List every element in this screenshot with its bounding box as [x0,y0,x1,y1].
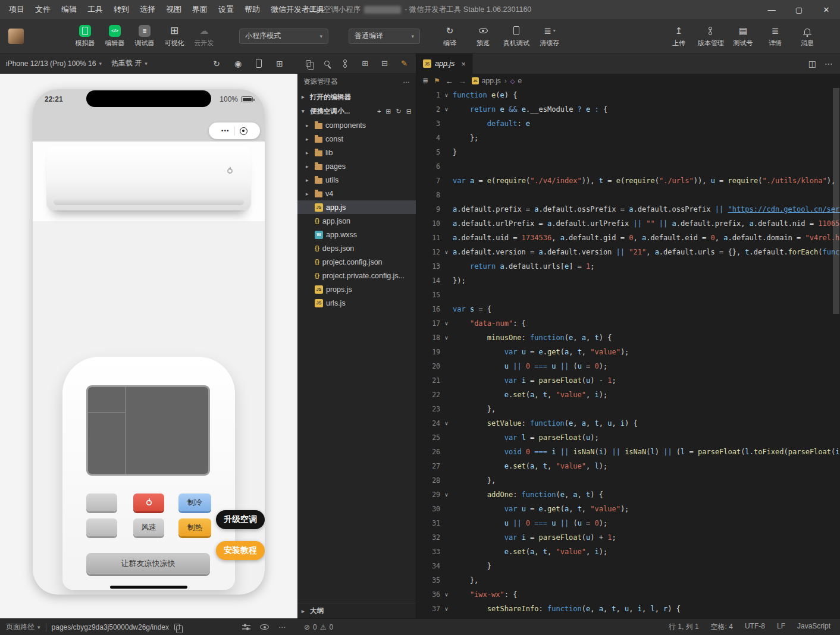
layout-icon[interactable]: ⊞ [276,59,283,68]
tab-close-icon[interactable]: × [461,59,466,68]
outline-toggle-icon[interactable]: ≣ [422,77,428,85]
toolbar-clear-cache-button[interactable]: ≣▾清缓存 [533,23,566,50]
code-line[interactable]: 11a.default.uid = 1734536, a.default.gid… [416,231,840,245]
toolbar-upload-button[interactable]: ↥上传 [663,23,695,50]
code-line[interactable]: 13 return a.default.urls[e] = 1; [416,259,840,274]
toolbar-messages-button[interactable]: 消息 [791,23,823,50]
compile-mode-select[interactable]: 普通编译 ▾ [349,29,420,44]
search-icon[interactable] [324,61,330,66]
code-line[interactable]: 1∨function e(e) { [416,88,840,102]
hot-reload-toggle[interactable]: 热重载 开 ▾ [111,58,148,68]
toolbar-device-debug-button[interactable]: 真机调试 [500,23,533,50]
code-line[interactable]: 24∨ setValue: function(e, a, t, u, i) { [416,416,840,430]
split-editor-icon[interactable]: ◫ [808,59,816,68]
status-encoding[interactable]: UTF-8 [745,622,765,632]
problems-indicator[interactable]: ⊘ 0 ⚠ 0 [304,623,333,631]
tree-folder-pages[interactable]: ▸pages [297,159,416,173]
install-tutorial-button[interactable]: 安装教程 [216,541,265,560]
status-cursor-position[interactable]: 行 1, 列 1 [669,622,699,632]
more-icon[interactable]: ⋯ [278,623,286,631]
toolbar-version-control-button[interactable]: 版本管理 [695,23,727,50]
fold-icon[interactable]: ∨ [440,316,453,331]
menu-item[interactable]: 编辑 [56,0,82,19]
code-line[interactable]: 37∨ setShareInfo: function(e, a, t, u, i… [416,602,840,616]
outline-section[interactable]: ▸ 大纲 [297,603,416,618]
toolbar-preview-button[interactable]: 预览 [466,23,500,50]
tree-file-urls.js[interactable]: JSurls.js [297,296,416,310]
fold-icon[interactable]: ∨ [440,88,453,102]
toolbar-cloud-dev-button[interactable]: ☁云开发 [189,23,219,50]
code-line[interactable]: 18∨ minusOne: function(e, a, t) { [416,331,840,345]
panel-remove-icon[interactable]: ⊟ [381,59,388,68]
menu-item[interactable]: 界面 [187,0,213,19]
power-button[interactable] [133,493,164,511]
toolbar-editor-button[interactable]: </>编辑器 [100,23,130,50]
code-line[interactable]: 35 }, [416,573,840,587]
project-section[interactable]: ▾ 便携空调小... +⊞↻⊟ [297,104,416,118]
fold-icon[interactable]: ∨ [440,602,453,616]
cool-button[interactable]: 制冷 [178,493,211,511]
avatar[interactable] [8,29,24,44]
fold-icon[interactable]: ∨ [440,416,453,430]
menu-item[interactable]: 转到 [108,0,134,19]
toolbar-visualizer-button[interactable]: ⊞可视化 [159,23,189,50]
code-area[interactable]: 1∨function e(e) {2∨ return e && e.__esMo… [416,88,840,618]
code-line[interactable]: 4 }; [416,131,840,145]
code-line[interactable]: 8 [416,188,840,202]
code-line[interactable]: 12∨a.default.version = a.default.version… [416,245,840,259]
upgrade-ac-button[interactable]: 升级空调 [216,510,265,529]
menu-item[interactable]: 文件 [30,0,56,19]
code-line[interactable]: 30 var u = e.get(a, t, "value"); [416,502,840,516]
code-line[interactable]: 21 var i = parseFloat(u) - 1; [416,373,840,388]
code-line[interactable]: 29∨ addOne: function(e, a, t) { [416,488,840,502]
breadcrumb-item[interactable]: JSapp.js [472,77,501,85]
menu-item[interactable]: 帮助 [239,0,265,19]
menu-item[interactable]: 工具 [82,0,108,19]
window-close-button[interactable]: ✕ [813,0,840,19]
tree-folder-v4[interactable]: ▸v4 [297,187,416,200]
fold-icon[interactable]: ∨ [440,488,453,502]
toolbar-compile-button[interactable]: ↻编译 [433,23,466,50]
tree-file-project.private.config.js...[interactable]: {}project.private.config.js... [297,269,416,282]
mode-select[interactable]: 小程序模式 ▾ [239,29,328,44]
tree-file-app.js[interactable]: JSapp.js [297,200,416,214]
device-frame-icon[interactable] [256,59,262,68]
bookmark-icon[interactable]: ⚑ [434,77,440,85]
rotate-icon[interactable]: ↻ [213,59,220,68]
code-line[interactable]: 31 u || 0 === u || (u = 0); [416,516,840,530]
heat-button[interactable]: 制热 [178,518,211,536]
window-minimize-button[interactable]: — [758,0,785,19]
nav-back-icon[interactable]: ← [446,77,453,86]
toolbar-debugger-button[interactable]: ≣调试器 [130,23,159,50]
miniprogram-capsule[interactable]: ••• [209,122,260,139]
remote-blank-button-2[interactable] [86,518,117,536]
code-line[interactable]: 23 }, [416,402,840,416]
status-eol[interactable]: LF [777,622,785,632]
code-line[interactable]: 16var s = { [416,302,840,316]
toolbar-simulator-button[interactable]: 模拟器 [70,23,100,50]
code-line[interactable]: 33 e.set(a, t, "value", i); [416,545,840,559]
breadcrumb-item[interactable]: ◇e [510,77,522,85]
nav-forward-icon[interactable]: → [459,77,466,86]
code-line[interactable]: 7var a = e(require("./v4/index")), t = e… [416,174,840,188]
page-path-select[interactable]: 页面路径 ▾ [6,622,40,632]
source-control-icon[interactable] [343,59,349,68]
menu-item[interactable]: 选择 [134,0,161,19]
code-line[interactable]: 6 [416,159,840,174]
code-line[interactable]: 36∨ "iwx-wx": { [416,587,840,602]
code-line[interactable]: 14}); [416,274,840,288]
code-line[interactable]: 5} [416,145,840,159]
scrollbar-thumb[interactable] [833,88,839,314]
window-maximize-button[interactable]: ▢ [785,0,813,19]
new-file-icon[interactable]: + [377,108,381,115]
code-line[interactable]: 10a.default.urlPrefix = a.default.urlPre… [416,216,840,231]
code-line[interactable]: 27 e.set(a, t, "value", l); [416,459,840,473]
capsule-more-icon[interactable]: ••• [221,128,230,134]
tree-file-project.config.json[interactable]: {}project.config.json [297,255,416,269]
remote-blank-button-1[interactable] [86,493,117,511]
record-icon[interactable]: ◉ [234,59,242,68]
capsule-exit-icon[interactable] [240,127,247,135]
tree-folder-lib[interactable]: ▸lib [297,146,416,159]
fold-icon[interactable]: ∨ [440,245,453,259]
code-line[interactable]: 15 [416,288,840,302]
